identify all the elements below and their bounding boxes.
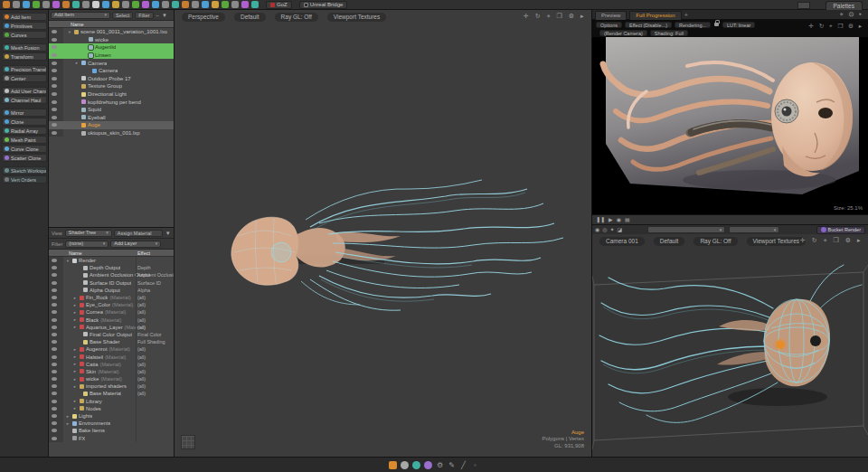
render-item-dropdown[interactable]: ▾: [647, 226, 725, 233]
shader-row[interactable]: Final Color Output Final Color: [49, 331, 174, 338]
expander-icon[interactable]: ▸: [72, 399, 78, 403]
select-button[interactable]: Select: [112, 12, 133, 19]
toolbar-icon[interactable]: [172, 1, 179, 8]
status-mode-icon[interactable]: [424, 461, 432, 469]
viewport-corner-icons[interactable]: ✛ ↻ ⌖ ❒ ⚙ ▸: [524, 13, 586, 20]
visibility-eye-icon[interactable]: [52, 259, 57, 262]
toolbar-icon[interactable]: [3, 1, 10, 8]
visibility-eye-icon[interactable]: [52, 53, 57, 57]
options-button[interactable]: Options: [596, 22, 622, 29]
visibility-eye-icon[interactable]: [52, 92, 57, 96]
visibility-eye-icon[interactable]: [52, 108, 57, 111]
layer-effect[interactable]: (all): [137, 354, 174, 360]
shader-row[interactable]: ▸ Aquarius_Layer (Material) (all): [49, 324, 174, 331]
shader-row[interactable]: Base Shader Full Shading: [49, 338, 174, 345]
shader-row[interactable]: Base Material (all): [49, 390, 174, 397]
expander-icon[interactable]: ▸: [72, 362, 78, 366]
visibility-eye-icon[interactable]: [52, 437, 57, 440]
shader-row[interactable]: ▸ Black (Material) (all): [49, 316, 174, 324]
tool-button[interactable]: Precision Transfer ...: [2, 65, 47, 73]
expander-icon[interactable]: ▾: [65, 259, 71, 263]
visibility-eye-icon[interactable]: [52, 347, 57, 351]
shader-row[interactable]: ▸ Catia (Material) (all): [49, 361, 174, 368]
transport-icon[interactable]: ❚❚: [596, 217, 605, 222]
render-camera-button[interactable]: (Render Camera): [599, 30, 647, 37]
status-mode-icon[interactable]: [412, 461, 420, 469]
visibility-eye-icon[interactable]: [52, 30, 57, 33]
shader-row[interactable]: FX: [49, 435, 174, 442]
tool-button[interactable]: Clone: [2, 118, 47, 126]
expander-icon[interactable]: ▸: [65, 421, 71, 426]
toolbar-icon[interactable]: [202, 1, 209, 8]
rendering-button[interactable]: Rendering...: [675, 22, 711, 29]
toolbar-icon[interactable]: [112, 1, 119, 8]
funnel-icon[interactable]: ▼: [162, 13, 167, 18]
item-row[interactable]: Eyeball: [49, 114, 174, 122]
visibility-eye-icon[interactable]: [52, 340, 57, 344]
toolbar-icon[interactable]: ◎: [602, 227, 607, 232]
tool-button[interactable]: Add Item: [2, 13, 47, 21]
toolbar-icon[interactable]: [13, 1, 20, 8]
transport-icon[interactable]: ▤: [625, 217, 630, 222]
status-mode-icon[interactable]: ⚙: [436, 461, 444, 469]
lock-icon[interactable]: [714, 23, 719, 26]
expander-icon[interactable]: ▸: [65, 414, 71, 419]
expander-icon[interactable]: ▸: [72, 310, 78, 315]
visibility-eye-icon[interactable]: [52, 414, 57, 418]
layer-effect[interactable]: Full Shading: [137, 339, 174, 345]
toolbar-icon[interactable]: ◉: [595, 227, 599, 232]
bucket-render-button[interactable]: Bucket Render: [816, 226, 865, 234]
visibility-eye-icon[interactable]: [52, 84, 57, 88]
preview-corner-icons[interactable]: ✛ ↻ ⌖ ❒ ⚙ ▸: [809, 23, 864, 30]
visibility-eye-icon[interactable]: [52, 370, 57, 373]
tool-button[interactable]: Scatter Clone: [2, 154, 47, 162]
camera-3d-viewport[interactable]: Camera 001 Default Ray GL: Off Viewport …: [592, 234, 868, 457]
filter-button[interactable]: Filter: [135, 12, 153, 19]
expander-icon[interactable]: ▸: [72, 325, 78, 329]
render-pass-dropdown[interactable]: ▾: [729, 226, 779, 233]
visibility-eye-icon[interactable]: [52, 318, 57, 322]
shader-row[interactable]: ▸ Fin_Rock (Material) (all): [49, 294, 174, 301]
item-row[interactable]: Augenlid: [49, 43, 174, 52]
item-row[interactable]: ▸ Camera: [49, 59, 174, 67]
add-item-dropdown[interactable]: Add Item ▾: [51, 12, 110, 19]
raygl-button[interactable]: Ray GL: Off: [275, 13, 318, 22]
panel-corner-icons[interactable]: ⌖ ⚙ ▸: [840, 11, 863, 18]
visibility-eye-icon[interactable]: [52, 296, 57, 299]
shader-row[interactable]: ▸ Skin (Material) (all): [49, 368, 174, 375]
toolbar-icon[interactable]: [92, 1, 99, 8]
item-row[interactable]: Texture Group: [49, 82, 174, 90]
status-mode-icon[interactable]: ✎: [448, 461, 456, 469]
tab-preview[interactable]: Preview: [595, 11, 627, 20]
toolbar-icon[interactable]: [72, 1, 80, 8]
shader-row[interactable]: Ambient Occlusion Output Ambient Occlusi…: [49, 271, 174, 278]
add-tab-icon[interactable]: +: [684, 12, 688, 18]
view-dropdown[interactable]: Shader Tree ▾: [65, 230, 112, 237]
tool-button[interactable]: Vert Orders: [2, 175, 47, 184]
expander-icon[interactable]: ▸: [72, 406, 78, 411]
item-row[interactable]: ▾ scene 001_0011_variation_1001.lxo: [49, 28, 174, 36]
status-mode-icon[interactable]: [401, 461, 409, 469]
visibility-eye-icon[interactable]: [52, 326, 57, 329]
toolbar-icon[interactable]: [33, 1, 40, 8]
tool-button[interactable]: Curves: [2, 31, 47, 39]
tool-button[interactable]: Mesh Paint: [2, 136, 47, 144]
viewport-textures-button[interactable]: Viewport Textures: [327, 13, 386, 22]
shading-style-button[interactable]: Default: [654, 237, 685, 246]
shader-row[interactable]: ▸ Library: [49, 398, 174, 405]
layer-effect[interactable]: (all): [137, 309, 174, 315]
visibility-eye-icon[interactable]: [52, 273, 57, 277]
assign-material-button[interactable]: Assign Material: [114, 230, 163, 237]
transport-icon[interactable]: ◉: [617, 217, 621, 222]
toolbar-icon[interactable]: [212, 1, 219, 8]
view-mode-button[interactable]: Perspective: [182, 13, 225, 22]
layer-effect[interactable]: Alpha: [137, 288, 174, 293]
unreal-bridge-button[interactable]: Unreal Bridge: [299, 1, 348, 9]
shading-button[interactable]: Shading: Full: [650, 30, 688, 37]
shader-row[interactable]: ▸ Cornea (Material) (all): [49, 308, 174, 316]
item-row[interactable]: wicke: [49, 36, 174, 44]
layer-effect[interactable]: (all): [137, 391, 174, 396]
viewport-corner-icons[interactable]: ✛ ↻ ⌖ ❒ ⚙ ▸: [800, 237, 863, 244]
expander-icon[interactable]: ▸: [72, 354, 78, 359]
visibility-eye-icon[interactable]: [52, 363, 57, 366]
